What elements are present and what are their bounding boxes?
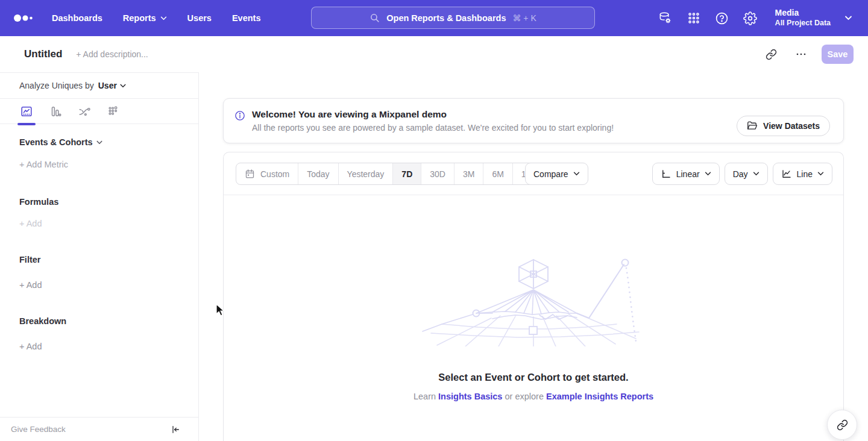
share-link-fab[interactable] bbox=[827, 410, 857, 440]
date-range-segmented-control: Custom Today Yesterday 7D 30D 3M 6M 12M bbox=[236, 163, 547, 185]
range-3m[interactable]: 3M bbox=[454, 163, 483, 184]
linear-scale-icon bbox=[661, 169, 671, 180]
nav-right-cluster: Media All Project Data bbox=[658, 0, 852, 36]
insights-line-chart-icon bbox=[20, 105, 33, 118]
tab-retention[interactable] bbox=[106, 99, 121, 124]
welcome-banner: Welcome! You are viewing a Mixpanel demo… bbox=[223, 98, 844, 143]
chevron-down-icon bbox=[817, 172, 824, 176]
chart-display-controls: Linear Day Line bbox=[652, 163, 832, 185]
example-reports-link[interactable]: Example Insights Reports bbox=[546, 392, 653, 401]
chart-controls-row: Custom Today Yesterday 7D 30D 3M 6M 12M … bbox=[224, 152, 843, 195]
chevron-down-icon bbox=[844, 16, 852, 20]
link-icon bbox=[837, 419, 848, 431]
range-yesterday[interactable]: Yesterday bbox=[338, 163, 393, 184]
save-button[interactable]: Save bbox=[822, 45, 854, 64]
search-placeholder: Open Reports & Dashboards bbox=[386, 13, 506, 23]
filter-heading: Filter bbox=[19, 255, 40, 264]
analyze-value-dropdown[interactable]: User bbox=[98, 81, 126, 90]
analyze-uniques-row: Analyze Uniques by User bbox=[0, 73, 198, 99]
collapse-sidebar-icon[interactable] bbox=[171, 425, 180, 434]
banner-title: Welcome! You are viewing a Mixpanel demo bbox=[252, 109, 614, 120]
insights-basics-link[interactable]: Insights Basics bbox=[438, 392, 502, 401]
chevron-down-icon bbox=[753, 172, 760, 176]
tab-insights[interactable] bbox=[19, 99, 34, 124]
range-today[interactable]: Today bbox=[298, 163, 338, 184]
funnels-bars-icon bbox=[49, 105, 62, 118]
line-chart-icon bbox=[781, 169, 792, 180]
links-connector: or explore bbox=[505, 392, 543, 401]
help-icon[interactable] bbox=[715, 11, 729, 25]
banner-subtitle: All the reports you see are powered by a… bbox=[252, 123, 614, 133]
toolbar-actions: Save bbox=[761, 45, 854, 64]
project-name: Media bbox=[775, 8, 831, 19]
report-type-tabs bbox=[0, 99, 198, 124]
report-description-placeholder[interactable]: + Add description... bbox=[76, 49, 148, 59]
mixpanel-logo-icon bbox=[13, 14, 34, 22]
tab-funnels[interactable] bbox=[48, 99, 63, 124]
chevron-down-icon bbox=[705, 172, 711, 176]
compare-dropdown[interactable]: Compare bbox=[525, 163, 588, 185]
chevron-down-icon bbox=[160, 16, 167, 20]
nav-reports[interactable]: Reports bbox=[123, 13, 167, 23]
report-title[interactable]: Untitled bbox=[24, 48, 62, 60]
chevron-down-icon bbox=[120, 84, 126, 88]
nav-dashboards[interactable]: Dashboards bbox=[52, 13, 102, 23]
retention-grid-icon bbox=[107, 105, 120, 118]
range-7d[interactable]: 7D bbox=[392, 163, 421, 184]
mouse-cursor bbox=[216, 304, 226, 317]
sidebar-footer: Give Feedback bbox=[0, 417, 198, 441]
scale-dropdown[interactable]: Linear bbox=[652, 163, 720, 185]
apps-grid-icon[interactable] bbox=[687, 11, 701, 25]
banner-text: Welcome! You are viewing a Mixpanel demo… bbox=[252, 109, 614, 133]
folder-icon bbox=[747, 121, 758, 131]
calendar-icon bbox=[245, 169, 255, 179]
range-custom[interactable]: Custom bbox=[236, 163, 298, 184]
report-toolbar: Untitled + Add description... Save bbox=[0, 36, 868, 72]
give-feedback-link[interactable]: Give Feedback bbox=[11, 425, 66, 434]
empty-state-illustration bbox=[419, 256, 648, 346]
copy-link-icon[interactable] bbox=[761, 45, 781, 64]
formulas-heading: Formulas bbox=[19, 197, 58, 207]
data-management-icon[interactable] bbox=[658, 11, 673, 25]
breakdown-heading: Breakdown bbox=[19, 316, 66, 326]
interval-dropdown[interactable]: Day bbox=[725, 163, 768, 185]
top-nav: Dashboards Reports Users Events Open Rep… bbox=[0, 0, 868, 36]
global-search[interactable]: Open Reports & Dashboards ⌘ + K bbox=[311, 7, 595, 29]
chevron-down-icon bbox=[573, 172, 580, 176]
chart-type-dropdown[interactable]: Line bbox=[773, 163, 832, 185]
range-6m[interactable]: 6M bbox=[483, 163, 512, 184]
filter-add-button[interactable]: + Add bbox=[19, 280, 42, 290]
events-cohorts-heading[interactable]: Events & Cohorts bbox=[19, 137, 102, 147]
chevron-down-icon bbox=[96, 140, 102, 145]
project-switcher[interactable]: Media All Project Data bbox=[775, 8, 831, 28]
breakdown-add-button[interactable]: + Add bbox=[19, 342, 42, 351]
main-nav: Dashboards Reports Users Events bbox=[52, 13, 260, 23]
query-builder-sidebar: Analyze Uniques by User bbox=[0, 72, 199, 441]
empty-state-links: Learn Insights Basics or explore Example… bbox=[224, 392, 843, 401]
settings-icon[interactable] bbox=[743, 11, 758, 25]
nav-events[interactable]: Events bbox=[232, 13, 261, 23]
empty-state: Select an Event or Cohort to get started… bbox=[224, 195, 843, 441]
analyze-prefix: Analyze Uniques by bbox=[19, 81, 94, 90]
range-30d[interactable]: 30D bbox=[421, 163, 454, 184]
info-icon bbox=[234, 110, 245, 121]
mixpanel-logo[interactable] bbox=[13, 14, 34, 22]
search-shortcut: ⌘ + K bbox=[512, 13, 536, 23]
more-menu-icon[interactable] bbox=[791, 45, 811, 64]
nav-users[interactable]: Users bbox=[187, 13, 212, 23]
add-metric-button[interactable]: + Add Metric bbox=[19, 160, 68, 169]
flows-sankey-icon bbox=[78, 105, 91, 118]
view-datasets-button[interactable]: View Datasets bbox=[737, 116, 830, 136]
learn-prefix: Learn bbox=[414, 392, 436, 401]
tab-flows[interactable] bbox=[77, 99, 92, 124]
insights-chart-card: Custom Today Yesterday 7D 30D 3M 6M 12M … bbox=[223, 152, 844, 441]
empty-state-title: Select an Event or Cohort to get started… bbox=[224, 372, 843, 383]
formulas-add-button[interactable]: + Add bbox=[19, 219, 42, 228]
search-icon bbox=[370, 13, 380, 23]
project-scope: All Project Data bbox=[775, 19, 831, 28]
